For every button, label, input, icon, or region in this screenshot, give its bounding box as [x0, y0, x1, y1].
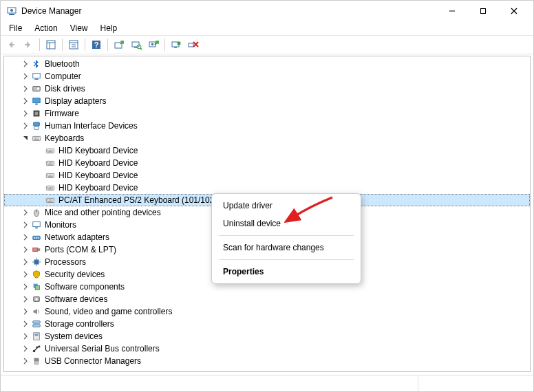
- device-category[interactable]: Computer: [4, 70, 530, 83]
- expand-icon[interactable]: [21, 294, 30, 304]
- svg-rect-49: [48, 151, 53, 152]
- expand-icon[interactable]: [21, 121, 30, 131]
- properties-button[interactable]: [66, 37, 81, 52]
- minimize-button[interactable]: [436, 1, 468, 21]
- svg-rect-55: [48, 164, 53, 164]
- expand-icon[interactable]: [21, 319, 30, 329]
- maximize-button[interactable]: [467, 1, 499, 21]
- context-menu-update-driver[interactable]: Update driver: [212, 197, 361, 215]
- device-category[interactable]: Human Interface Devices: [4, 120, 530, 132]
- bluetooth-icon: [31, 58, 42, 69]
- menu-help[interactable]: Help: [95, 22, 123, 34]
- svg-rect-100: [34, 361, 38, 364]
- menu-action[interactable]: Action: [29, 22, 63, 34]
- expand-icon[interactable]: [21, 220, 30, 230]
- no-expander-icon: [34, 158, 44, 168]
- svg-rect-76: [33, 222, 41, 227]
- svg-point-2: [10, 9, 13, 12]
- tree-item-label: HID Keyboard Device: [58, 146, 138, 155]
- display-icon: [31, 96, 42, 107]
- disk-icon: [31, 83, 42, 94]
- svg-rect-51: [47, 162, 48, 163]
- device-category[interactable]: Disk drives: [4, 83, 530, 95]
- tree-item-label: Ports (COM & LPT): [45, 245, 116, 254]
- expand-icon[interactable]: [21, 356, 30, 366]
- expand-icon[interactable]: [21, 72, 30, 81]
- svg-point-80: [36, 237, 37, 239]
- device-item[interactable]: HID Keyboard Device: [4, 144, 530, 157]
- usbconn-icon: [31, 356, 42, 367]
- context-menu-properties[interactable]: Properties: [212, 263, 361, 281]
- device-item[interactable]: HID Keyboard Device: [4, 182, 530, 194]
- device-category[interactable]: Display adapters: [4, 95, 530, 107]
- tree-item-label: Network adapters: [45, 232, 109, 242]
- device-category[interactable]: System devices: [4, 330, 530, 342]
- svg-rect-60: [52, 175, 52, 175]
- expand-icon[interactable]: [21, 232, 30, 242]
- tree-item-label: Firmware: [45, 109, 79, 118]
- status-pane-1: [1, 375, 418, 391]
- expand-icon[interactable]: [21, 109, 30, 118]
- device-category[interactable]: Universal Serial Bus controllers: [4, 342, 530, 355]
- svg-rect-77: [35, 228, 38, 229]
- svg-rect-54: [52, 162, 52, 163]
- device-category[interactable]: Software devices: [4, 293, 530, 305]
- expand-icon[interactable]: [21, 84, 30, 94]
- expand-icon[interactable]: [21, 307, 30, 316]
- menu-file[interactable]: File: [3, 22, 28, 34]
- device-item[interactable]: HID Keyboard Device: [4, 157, 530, 169]
- context-menu-separator: [219, 259, 354, 260]
- tree-item-label: Bluetooth: [45, 59, 80, 69]
- svg-rect-36: [34, 122, 40, 126]
- tree-item-label: Mice and other pointing devices: [45, 208, 161, 217]
- svg-rect-71: [50, 199, 51, 200]
- device-category[interactable]: Firmware: [4, 107, 530, 120]
- disable-device-button[interactable]: [169, 37, 184, 52]
- tree-item-label: Processors: [45, 257, 86, 267]
- svg-rect-65: [50, 187, 51, 188]
- menu-view[interactable]: View: [65, 22, 94, 34]
- device-category[interactable]: Keyboards: [4, 132, 530, 144]
- hid-icon: [31, 120, 42, 131]
- update-driver-button[interactable]: [111, 37, 127, 52]
- keyboard-icon: [45, 195, 56, 206]
- expand-icon[interactable]: [21, 257, 30, 267]
- expand-icon[interactable]: [21, 270, 30, 279]
- context-menu-uninstall-device[interactable]: Uninstall device: [212, 215, 361, 232]
- enable-device-button[interactable]: [146, 37, 161, 52]
- expand-icon[interactable]: [21, 344, 30, 353]
- device-item[interactable]: HID Keyboard Device: [4, 169, 530, 182]
- scan-hardware-button[interactable]: [129, 37, 144, 52]
- device-category[interactable]: Storage controllers: [4, 318, 530, 330]
- uninstall-device-button[interactable]: [186, 37, 201, 52]
- expand-icon[interactable]: [21, 331, 30, 341]
- collapse-icon[interactable]: [21, 133, 30, 143]
- swdev-icon: [31, 294, 42, 305]
- tree-item-label: Storage controllers: [45, 319, 114, 329]
- no-expander-icon: [34, 171, 44, 180]
- svg-rect-39: [34, 138, 34, 138]
- context-menu-scan-hardware[interactable]: Scan for hardware changes: [212, 239, 361, 257]
- expand-icon[interactable]: [21, 208, 30, 217]
- expand-icon[interactable]: [21, 96, 30, 106]
- svg-rect-84: [34, 260, 39, 265]
- show-hide-console-tree-button[interactable]: [43, 37, 58, 52]
- svg-rect-32: [33, 98, 41, 103]
- close-button[interactable]: [498, 1, 530, 21]
- device-category[interactable]: Bluetooth: [4, 58, 530, 70]
- device-category[interactable]: USB Connector Managers: [4, 355, 530, 367]
- keyboard-icon: [45, 170, 56, 181]
- svg-rect-20: [134, 47, 137, 48]
- toolbar: ?: [1, 35, 533, 54]
- forward-button[interactable]: [21, 37, 36, 52]
- back-button[interactable]: [3, 37, 19, 52]
- expand-icon[interactable]: [21, 245, 30, 254]
- expand-icon[interactable]: [21, 59, 30, 69]
- network-icon: [31, 232, 42, 243]
- device-category[interactable]: Sound, video and game controllers: [4, 305, 530, 318]
- svg-point-81: [38, 237, 39, 239]
- no-expander-icon: [34, 146, 44, 155]
- tree-item-label: Display adapters: [45, 96, 106, 106]
- expand-icon[interactable]: [21, 282, 30, 292]
- help-button[interactable]: ?: [89, 37, 104, 52]
